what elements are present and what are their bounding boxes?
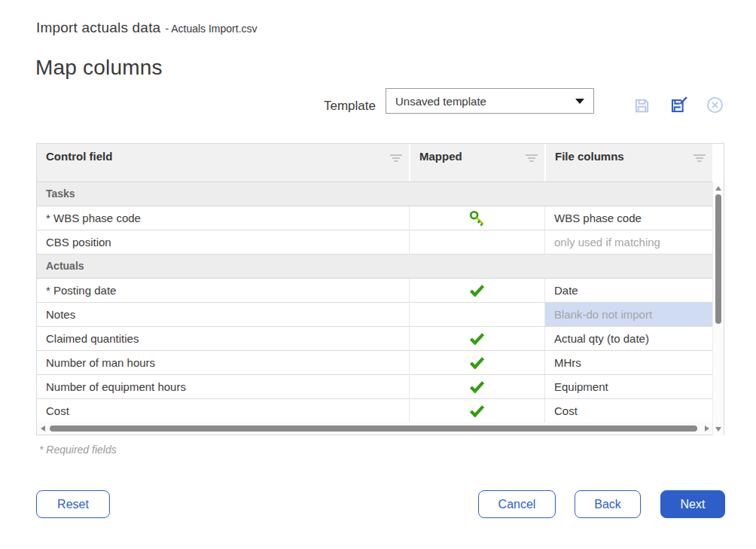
file-cell[interactable]: Actual qty (to date) — [544, 327, 712, 350]
table-header: Control field Mapped File columns — [37, 144, 712, 182]
save-template-as-button[interactable] — [669, 96, 688, 114]
dialog-file-name: - Actuals Import.csv — [165, 23, 257, 35]
control-cell: CBS position — [37, 230, 409, 254]
control-cell-text: Notes — [46, 308, 75, 321]
column-header-control-field: Control field — [37, 144, 409, 181]
file-cell[interactable]: Equipment — [544, 375, 712, 398]
check-icon — [468, 283, 486, 297]
column-header-mapped: Mapped — [409, 144, 544, 181]
reset-button[interactable]: Reset — [36, 490, 110, 518]
import-actuals-dialog: Import actuals data- Actuals Import.csv … — [0, 0, 756, 549]
column-header-label: Mapped — [419, 150, 462, 163]
control-cell: Number of equipment hours — [37, 375, 409, 398]
filter-icon[interactable] — [390, 152, 402, 165]
file-cell-text: Equipment — [554, 380, 608, 393]
control-cell-text: Cost — [46, 404, 69, 417]
scroll-left-arrow-icon[interactable] — [41, 425, 45, 432]
filter-icon[interactable] — [526, 152, 538, 165]
column-header-file-columns: File columns — [544, 144, 712, 181]
mapped-cell — [409, 279, 544, 302]
check-icon — [468, 331, 486, 346]
table-body: Tasks * WBS phase code WBS phase code CB… — [37, 182, 712, 423]
scroll-right-arrow-icon[interactable] — [705, 425, 709, 432]
mapping-table: Control field Mapped File columns Tasks — [36, 143, 724, 435]
chevron-down-icon — [575, 99, 584, 104]
vertical-scroll-thumb[interactable] — [715, 194, 721, 324]
table-row[interactable]: Number of man hours MHrs — [37, 351, 712, 375]
check-icon — [468, 355, 486, 370]
control-cell: Number of man hours — [37, 351, 409, 374]
control-cell-text: * WBS phase code — [46, 212, 141, 224]
file-cell[interactable]: only used if matching — [544, 230, 712, 254]
table-row[interactable]: * Posting date Date — [37, 279, 712, 303]
file-cell-text: Actual qty (to date) — [554, 332, 649, 345]
file-cell-text: only used if matching — [554, 236, 660, 249]
table-row[interactable]: CBS position only used if matching — [37, 230, 712, 255]
template-select-value: Unsaved template — [395, 95, 575, 108]
table-row[interactable]: Number of equipment hours Equipment — [37, 375, 712, 399]
back-button[interactable]: Back — [575, 490, 641, 518]
cancel-button[interactable]: Cancel — [478, 490, 556, 518]
table-row[interactable]: Cost Cost — [37, 399, 712, 423]
vertical-scrollbar[interactable] — [712, 182, 724, 435]
group-label: Tasks — [46, 188, 75, 200]
file-cell-text: Blank-do not import — [554, 308, 652, 321]
file-cell[interactable]: Blank-do not import — [544, 303, 712, 326]
table-row[interactable]: * WBS phase code WBS phase code — [37, 206, 712, 230]
key-icon — [468, 209, 486, 227]
control-cell-text: Number of equipment hours — [46, 380, 186, 393]
table-row[interactable]: Claimed quantities Actual qty (to date) — [37, 327, 712, 351]
required-fields-note: * Required fields — [39, 444, 117, 456]
control-cell-text: Claimed quantities — [46, 332, 139, 345]
mapped-cell — [409, 206, 544, 230]
mapped-cell — [409, 230, 544, 254]
file-cell-text: Cost — [554, 404, 578, 417]
filter-icon[interactable] — [694, 152, 706, 165]
mapped-cell — [409, 375, 544, 398]
horizontal-scrollbar[interactable] — [37, 422, 712, 435]
control-cell-text: CBS position — [46, 236, 111, 249]
scroll-down-arrow-icon[interactable] — [715, 427, 721, 432]
template-select[interactable]: Unsaved template — [386, 88, 594, 114]
file-cell-text: MHrs — [554, 356, 581, 369]
group-row: Actuals — [37, 255, 712, 279]
dialog-title: Import actuals data- Actuals Import.csv — [36, 20, 258, 36]
control-cell: * Posting date — [37, 279, 409, 302]
delete-template-button[interactable] — [706, 96, 724, 114]
page-title: Map columns — [35, 56, 163, 80]
save-as-icon — [669, 96, 688, 114]
column-header-label: File columns — [555, 150, 624, 163]
check-icon — [468, 380, 486, 394]
control-cell: Claimed quantities — [37, 327, 409, 350]
file-cell[interactable]: WBS phase code — [544, 206, 712, 230]
save-icon — [633, 97, 651, 114]
template-label: Template — [324, 99, 376, 114]
file-cell-text: Date — [554, 284, 578, 297]
control-cell-text: * Posting date — [46, 284, 116, 297]
file-cell[interactable]: MHrs — [544, 351, 712, 374]
check-icon — [468, 404, 486, 418]
mapped-cell — [409, 303, 544, 326]
mapped-cell — [409, 327, 544, 350]
control-cell: Notes — [37, 303, 409, 326]
scroll-up-arrow-icon[interactable] — [715, 186, 721, 191]
table-row[interactable]: Notes Blank-do not import — [37, 303, 712, 327]
file-cell-text: WBS phase code — [554, 212, 642, 224]
control-cell-text: Number of man hours — [46, 356, 155, 369]
save-template-button[interactable] — [633, 97, 651, 114]
control-cell: * WBS phase code — [37, 206, 409, 230]
horizontal-scroll-thumb[interactable] — [50, 425, 697, 432]
file-cell[interactable]: Cost — [544, 399, 712, 422]
mapped-cell — [409, 351, 544, 374]
close-circle-icon — [706, 96, 724, 114]
dialog-title-text: Import actuals data — [36, 20, 160, 35]
next-button[interactable]: Next — [660, 490, 725, 518]
control-cell: Cost — [37, 399, 409, 422]
group-label: Actuals — [46, 260, 84, 272]
column-header-label: Control field — [46, 150, 112, 163]
group-row: Tasks — [37, 182, 712, 206]
mapped-cell — [409, 399, 544, 422]
file-cell[interactable]: Date — [544, 279, 712, 302]
